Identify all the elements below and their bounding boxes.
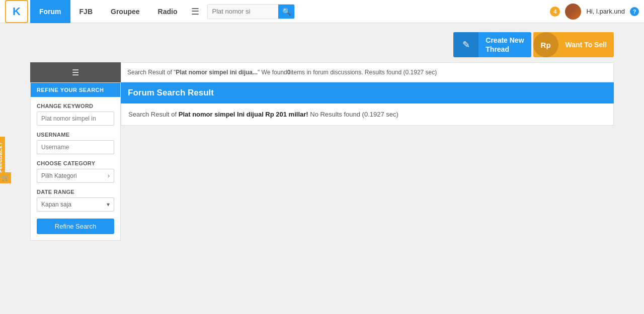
change-keyword-label: CHANGE KEYWORD	[37, 103, 114, 109]
date-range-label: DATE RANGE	[37, 189, 114, 195]
chevron-right-icon: ›	[108, 172, 110, 179]
hamburger-menu-icon[interactable]: ☰	[186, 6, 204, 17]
feedback-tab[interactable]: Feedback?	[0, 137, 5, 178]
refine-header: REFINE YOUR SEARCH	[31, 83, 120, 97]
create-new-thread-button[interactable]: ✎ Create New Thread	[453, 32, 531, 57]
refine-body: CHANGE KEYWORD USERNAME CHOOSE CATEGORY …	[31, 97, 120, 240]
nav-tab-radio[interactable]: Radio	[149, 0, 187, 23]
breadcrumb-query: Plat nomor simpel ini dijua...	[176, 69, 258, 76]
refine-search-button[interactable]: Refine Search	[37, 219, 114, 234]
help-icon[interactable]: ?	[630, 7, 639, 16]
search-input[interactable]	[208, 8, 278, 15]
keyword-input[interactable]	[37, 112, 114, 126]
breadcrumb-prefix: Search Result of "	[127, 69, 176, 76]
sidebar-toggle-button[interactable]: ☰	[30, 62, 121, 82]
category-select[interactable]: Pilih Kategori ›	[37, 169, 114, 183]
date-range-select[interactable]: Kapan saja ▾	[37, 197, 114, 212]
search-breadcrumb-bar: Search Result of "Plat nomor simpel ini …	[121, 62, 614, 82]
username-label: USERNAME	[37, 132, 114, 138]
breadcrumb-end: items in forum discussions. Results foun…	[290, 69, 437, 76]
nav-tab-fjb[interactable]: FJB	[70, 0, 102, 23]
category-label: CHOOSE CATEGORY	[37, 160, 114, 166]
result-body-prefix: Search Result of	[128, 111, 179, 118]
left-area: ☰ REFINE YOUR SEARCH CHANGE KEYWORD USER…	[30, 62, 121, 241]
navbar: K Forum FJB Groupee Radio ☰ 🔍 4 Hi, l.pa…	[0, 0, 644, 23]
cart-icon[interactable]: 🛒	[0, 172, 11, 183]
date-placeholder: Kapan saja	[41, 201, 71, 208]
logo-k-icon: K	[13, 5, 21, 18]
action-bar: ✎ Create New Thread Rp Want To Sell	[0, 23, 644, 62]
chevron-down-icon: ▾	[107, 201, 110, 208]
avatar[interactable]	[565, 4, 581, 20]
result-count: 0	[287, 69, 291, 76]
want-to-sell-label: Want To Sell	[558, 40, 614, 49]
want-to-sell-button[interactable]: Rp Want To Sell	[533, 32, 614, 57]
notification-badge[interactable]: 4	[550, 7, 560, 17]
search-button[interactable]: 🔍	[278, 4, 294, 19]
main-content: ☰ REFINE YOUR SEARCH CHANGE KEYWORD USER…	[0, 62, 644, 256]
rp-icon: Rp	[533, 32, 558, 57]
breadcrumb-suffix: " We found	[258, 69, 287, 76]
search-result-container: Search Result of "Plat nomor simpel ini …	[121, 62, 614, 241]
forum-search-result-body: Search Result of Plat nomor simpel Ini d…	[121, 103, 614, 126]
nav-right: 4 Hi, l.park.und ?	[550, 4, 639, 20]
result-body-suffix: No Results found (0.1927 sec)	[308, 111, 398, 118]
hamburger-sidebar-icon: ☰	[72, 68, 79, 77]
search-box: 🔍	[207, 4, 295, 19]
category-placeholder: Pilih Kategori	[41, 172, 77, 179]
username-input[interactable]	[37, 140, 114, 154]
search-icon: 🔍	[282, 8, 291, 16]
logo[interactable]: K	[5, 0, 28, 23]
create-thread-label: Create New Thread	[478, 36, 531, 54]
result-body-bold: Plat nomor simpel Ini dijual Rp 201 mill…	[179, 111, 308, 118]
create-thread-icon: ✎	[453, 32, 478, 57]
refine-panel: REFINE YOUR SEARCH CHANGE KEYWORD USERNA…	[30, 82, 121, 241]
forum-search-result-header: Forum Search Result	[121, 82, 614, 103]
nav-tab-forum[interactable]: Forum	[30, 0, 70, 23]
nav-tab-groupee[interactable]: Groupee	[102, 0, 149, 23]
user-greeting: Hi, l.park.und	[586, 8, 625, 15]
